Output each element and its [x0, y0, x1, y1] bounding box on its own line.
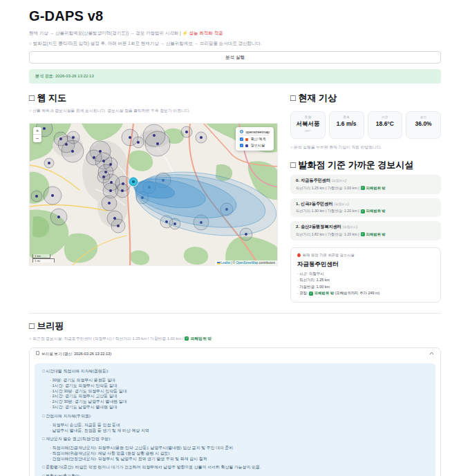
- facility-name: 1. 신곡2동주민센터 (의정부시): [296, 201, 435, 207]
- check-icon: ✓: [185, 336, 189, 341]
- page: G-DAPS v8 현재 기상 → 산불위험예보(산불발생이력(경기도)) → …: [0, 0, 470, 476]
- weather-value: 18.6°C: [370, 120, 401, 127]
- weather-sub: [408, 128, 439, 131]
- verdict-suffix: (피해범위까지 추가 249 m): [335, 291, 380, 295]
- weather-value: 36.0%: [408, 120, 439, 127]
- analysis-status: 분석 완료: 2026-03-26 13:22:13: [29, 69, 441, 84]
- check-icon: ✓: [361, 186, 365, 190]
- map-attribution: Leaflet | © OpenStreetMap contributors: [215, 260, 277, 265]
- facility-name: 2. 송산2동행정복지센터 (의정부시): [296, 224, 435, 230]
- alert-facility-marker[interactable]: [121, 189, 124, 192]
- facility-list: 0. 자금동주민센터 (의정부시)직선거리 1.25 km | 가청반경: 1.…: [290, 175, 441, 240]
- alert-facility-marker[interactable]: [43, 127, 46, 130]
- run-analysis-button[interactable]: 분석 실행: [29, 51, 441, 64]
- weather-card: 습도36.0%: [406, 111, 441, 139]
- briefing-caption: ○ 최근접 경보시설: 자금동주민센터 (의정부시) / 직선거리 1.25 k…: [29, 336, 441, 342]
- weather-sub: 287°: [292, 129, 323, 133]
- chevron-up-icon: [429, 352, 434, 355]
- briefing-caption-badge: 피해범위 밖: [190, 336, 212, 342]
- check-icon: ✓: [309, 292, 313, 296]
- map-layers-control: openstreetmap ✓ 확산 예측 ✓ 경보시설: [236, 127, 274, 151]
- osm-link[interactable]: OpenStreetMap: [236, 261, 258, 265]
- map-scale-control: 1 km 1 mi: [32, 254, 55, 263]
- facility-badge: 피해범위 밖: [366, 186, 386, 191]
- weather-card: 풍향서북서풍287°: [290, 111, 326, 139]
- briefing-line: · 의정부시 송산동, 자금동 등 인접 동네: [42, 423, 428, 428]
- briefing-section-title: □ 브리핑: [29, 320, 441, 332]
- alert-facility-marker[interactable]: [109, 189, 112, 192]
- document-icon: [36, 351, 39, 356]
- briefing-line: · 1시간 30분: 경기도 의정부시 민락동 일대: [42, 389, 428, 394]
- zoom-out-button[interactable]: −: [33, 135, 41, 142]
- briefing-line: · 직접피해(위급재난문자): 해당 사항 없음 (현장 상황 급변 시 검토): [42, 451, 428, 457]
- briefing-line: · 직접피해(긴급재난문자): 의정부시(용현·민락·고산동), 남양주시(별내…: [42, 446, 428, 451]
- nearest-row: · 가청반경: 1.00 km: [297, 284, 434, 291]
- weather-value: 서북서풍: [292, 120, 323, 128]
- zoom-in-button[interactable]: +: [33, 127, 41, 135]
- facility-item[interactable]: 0. 자금동주민센터 (의정부시)직선거리 1.25 km | 가청반경: 1.…: [290, 175, 441, 194]
- overlay-fire-option[interactable]: ✓ 확산 예측: [240, 136, 270, 142]
- alert-facility-marker[interactable]: [57, 216, 60, 218]
- briefing-line: □ 종합평가(중간): 바람은 약한 편이나 대기가 건조하여 의정부에서 남양…: [42, 465, 428, 470]
- ignition-point-center: [132, 180, 135, 183]
- facility-name: 0. 자금동주민센터 (의정부시): [296, 178, 435, 184]
- alert-facility-marker[interactable]: [117, 225, 120, 227]
- verdict-badge: 피해범위 밖: [314, 291, 334, 295]
- alert-facility-marker[interactable]: [156, 142, 159, 145]
- briefing-line: □ 시간대별 직접피해 지자체(읍면동):: [42, 369, 428, 374]
- nearest-verdict-row: · 판정: ✓ 피해범위 밖 (피해범위까지 추가 249 m): [297, 290, 434, 297]
- fire-icon: [245, 138, 248, 141]
- ignition-marker: [129, 177, 138, 187]
- alert-facility-marker[interactable]: [108, 202, 111, 204]
- briefing-expander-header[interactable]: 브리핑 보기 (갱신: 2026-03-26 13:22:13): [30, 348, 440, 360]
- facility-meta: 직선거리 1.25 km | 가청반경: 1.00 km |✓피해범위 밖: [296, 186, 435, 191]
- leaflet-flag-icon: [217, 262, 220, 264]
- alert-facility-marker[interactable]: [137, 141, 140, 144]
- briefing-info-box: □ 시간대별 직접피해 지자체(읍면동):· 30분: 경기도 의정부시 용현동…: [35, 363, 435, 476]
- briefing-line: · 2시간 30분: 경기도 남양주시 별내면 일대: [42, 399, 428, 405]
- page-title: G-DAPS v8: [29, 8, 441, 24]
- briefing-expander-body: □ 시간대별 직접피해 지자체(읍면동):· 30분: 경기도 의정부시 용현동…: [30, 359, 440, 476]
- alert-facility-marker[interactable]: [71, 150, 74, 153]
- weather-card: 풍속1.6 m/s: [329, 111, 364, 139]
- facilities-section-title: □ 발화점 기준 가까운 경보시설: [290, 159, 441, 171]
- base-layer-label: openstreetmap: [245, 130, 270, 134]
- check-icon: ✓: [361, 232, 365, 236]
- nearest-facility-name: 자금동주민센터: [297, 260, 434, 269]
- facility-item[interactable]: 1. 신곡2동주민센터 (의정부시)직선거리 1.30 km | 가청반경: 1…: [290, 198, 441, 218]
- facility-badge: 피해범위 밖: [366, 232, 386, 237]
- alert-facility-marker[interactable]: [93, 156, 95, 159]
- alert-facility-marker[interactable]: [51, 194, 54, 197]
- weather-card: 기온18.6°C: [368, 111, 403, 139]
- briefing-line: · 1시간: 경기도 의정부시 민락동 일대: [42, 383, 428, 389]
- briefing-line: · 2시간: 경기도 의정부시 고산동 일대: [42, 394, 428, 399]
- nearest-row: · 직선거리: 1.25 km: [297, 277, 434, 284]
- facility-item[interactable]: 2. 송산2동행정복지센터 (의정부시)직선거리 1.82 km | 가청반경:…: [290, 221, 441, 240]
- briefing-line: · 간접피해(안전안내문자): 의정부시 및 남양주시 전역 연기 발생 주의 …: [42, 457, 428, 462]
- alert-facility-marker[interactable]: [200, 136, 203, 139]
- nearest-header-text: 화재 원점 기준 최근접 경보시설: [303, 253, 355, 258]
- alert-facility-marker[interactable]: [35, 195, 38, 198]
- alert-facility-marker[interactable]: [185, 131, 188, 133]
- weather-section-title: □ 현재 기상: [290, 92, 441, 104]
- alert-facility-marker[interactable]: [129, 136, 131, 139]
- weather-sub: [331, 128, 362, 131]
- leaflet-link[interactable]: Leaflet: [221, 261, 231, 265]
- alert-facility-marker[interactable]: [72, 136, 75, 139]
- section-divider: [29, 313, 441, 314]
- briefing-line: · 3시간: 경기도 남양주시 별내면 일대: [42, 405, 428, 410]
- overlay-siren-option[interactable]: ✓ 경보시설: [240, 142, 270, 149]
- weather-label: 풍향: [292, 115, 323, 119]
- overlay-fire-label: 확산 예측: [250, 137, 265, 142]
- briefing-line: · 30분: 경기도 의정부시 용현동 일대: [42, 378, 428, 383]
- alert-facility-marker[interactable]: [48, 162, 50, 164]
- briefing-line: □ 간접피해 지자체(주의권):: [42, 414, 428, 419]
- facility-badge: 피해범위 밖: [366, 209, 386, 213]
- base-layer-option[interactable]: openstreetmap: [240, 129, 270, 135]
- web-map[interactable]: + − openstreetmap ✓ 확산 예측 ✓: [29, 123, 278, 266]
- briefing-line: □ 재난문자 발송 권고(직접/간접 구분):: [42, 437, 428, 442]
- overlay-siren-label: 경보시설: [250, 143, 265, 148]
- expander-label: 브리핑 보기 (갱신: 2026-03-26 13:22:13): [41, 351, 111, 355]
- checkbox-checked-icon: ✓: [240, 137, 243, 141]
- nearest-facility-header: 화재 원점 기준 최근접 경보시설: [297, 253, 434, 258]
